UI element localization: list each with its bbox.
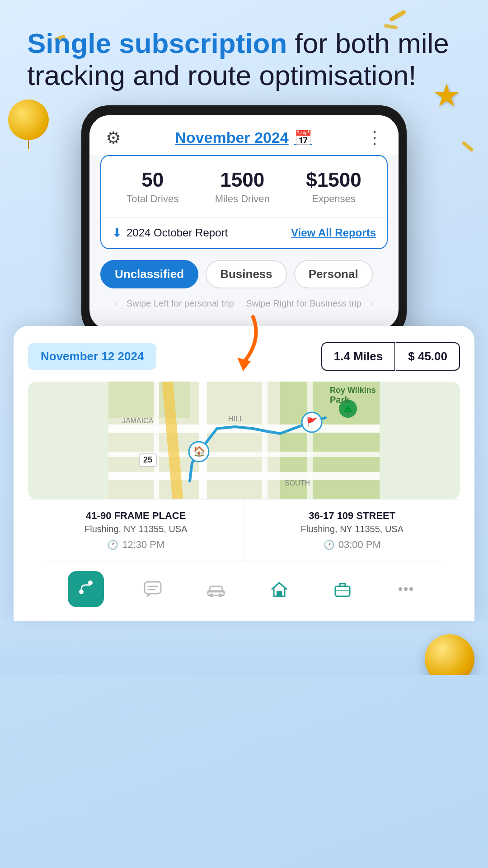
expenses-stat: $1500 Expenses: [306, 169, 361, 205]
map-container: 🏠 🚩 🌲 JAMAICA SOUTH HILL 25 Roy Wilkins …: [28, 382, 460, 499]
clock-icon-origin: 🕐: [107, 539, 118, 550]
report-download-link[interactable]: ⬇ 2024 October Report: [112, 226, 228, 240]
swipe-left-label: Swipe Left for personal trip: [127, 298, 234, 309]
report-link-label: 2024 October Report: [127, 226, 228, 239]
svg-point-32: [219, 594, 222, 597]
svg-marker-0: [237, 358, 251, 371]
orange-arrow: [217, 312, 271, 377]
stats-bottom-row: ⬇ 2024 October Report View All Reports: [101, 218, 387, 248]
expenses-value: $1500: [306, 169, 361, 191]
miles-driven-label: Miles Driven: [215, 193, 270, 205]
stats-card: 50 Total Drives 1500 Miles Driven $1500 …: [100, 155, 388, 249]
phone-screen: ⚙ November 2024 📅 ⋮ 50 Total Drives 1500: [89, 115, 399, 330]
total-drives-stat: 50 Total Drives: [127, 169, 178, 205]
nav-chat-button[interactable]: [138, 575, 167, 604]
view-all-reports-link[interactable]: View All Reports: [291, 226, 376, 239]
nav-car-button[interactable]: [202, 575, 230, 604]
origin-address: 41-90 FRAME PLACE Flushing, NY 11355, US…: [28, 500, 244, 561]
gold-ball-decoration: [425, 634, 474, 675]
svg-text:Roy Wilkins: Roy Wilkins: [330, 386, 376, 395]
swipe-right-hint: Swipe Right for Business trip →: [246, 298, 374, 309]
trip-cost: $ 45.00: [396, 342, 460, 371]
bottom-navigation: [42, 561, 446, 621]
calendar-icon: 📅: [294, 129, 312, 146]
nav-briefcase-button[interactable]: [328, 575, 357, 604]
svg-rect-3: [108, 382, 190, 418]
arrow-right-icon: →: [365, 298, 374, 309]
svg-text:Park: Park: [330, 395, 350, 405]
nav-more-button[interactable]: [391, 575, 420, 604]
svg-text:SOUTH: SOUTH: [285, 479, 310, 487]
tab-personal[interactable]: Personal: [294, 260, 373, 288]
svg-text:🚩: 🚩: [306, 417, 318, 428]
address-row: 41-90 FRAME PLACE Flushing, NY 11355, US…: [28, 499, 460, 561]
svg-point-38: [409, 587, 413, 591]
nav-home-button[interactable]: [265, 575, 294, 604]
svg-rect-8: [199, 382, 207, 499]
trip-distance-cost: 1.4 Miles $ 45.00: [321, 342, 460, 371]
origin-time: 🕐 12:30 PM: [37, 539, 235, 551]
month-label: November 2024: [175, 129, 288, 146]
download-icon: ⬇: [112, 226, 122, 240]
dest-time: 🕐 03:00 PM: [253, 539, 451, 551]
headline-bold: Single subscription: [27, 28, 287, 59]
phone-topbar: ⚙ November 2024 📅 ⋮: [89, 115, 399, 155]
headline-text: Single subscription for both mile tracki…: [27, 27, 465, 92]
svg-rect-7: [154, 382, 159, 499]
headline-area: Single subscription for both mile tracki…: [0, 0, 488, 101]
dest-time-label: 03:00 PM: [338, 539, 381, 551]
bottom-map-bg: [0, 621, 488, 675]
swipe-right-label: Swipe Right for Business trip: [246, 298, 361, 309]
svg-rect-6: [108, 472, 380, 480]
svg-text:JAMAICA: JAMAICA: [122, 417, 154, 425]
month-title[interactable]: November 2024 📅: [175, 129, 312, 146]
bottom-glimpse: [0, 621, 488, 675]
clock-icon-dest: 🕐: [324, 539, 335, 550]
svg-rect-27: [145, 582, 161, 594]
svg-point-25: [79, 590, 84, 594]
tab-unclassified[interactable]: Unclassified: [100, 260, 198, 288]
tab-business[interactable]: Business: [206, 260, 287, 288]
gear-icon[interactable]: ⚙: [106, 128, 121, 148]
trip-miles: 1.4 Miles: [321, 342, 395, 371]
dest-city: Flushing, NY 11355, USA: [253, 524, 451, 534]
svg-point-37: [404, 587, 408, 591]
arrow-left-icon: ←: [114, 298, 123, 309]
expenses-label: Expenses: [306, 193, 361, 205]
svg-rect-33: [277, 591, 282, 596]
stats-row: 50 Total Drives 1500 Miles Driven $1500 …: [101, 156, 387, 218]
map-svg: 🏠 🚩 🌲 JAMAICA SOUTH HILL 25 Roy Wilkins …: [28, 382, 460, 499]
phone-frame: ⚙ November 2024 📅 ⋮ 50 Total Drives 1500: [81, 105, 407, 340]
trip-date-badge: November 12 2024: [28, 343, 156, 370]
balloon-decoration: [8, 99, 49, 147]
dest-street: 36-17 109 STREET: [253, 509, 451, 523]
origin-city: Flushing, NY 11355, USA: [37, 524, 235, 534]
miles-driven-value: 1500: [215, 169, 270, 191]
destination-address: 36-17 109 STREET Flushing, NY 11355, USA…: [244, 500, 460, 561]
svg-rect-9: [262, 382, 267, 499]
miles-driven-stat: 1500 Miles Driven: [215, 169, 270, 205]
origin-street: 41-90 FRAME PLACE: [37, 509, 235, 523]
svg-text:🏠: 🏠: [193, 445, 206, 458]
swipe-left-hint: ← Swipe Left for personal trip: [114, 298, 234, 309]
total-drives-value: 50: [127, 169, 178, 191]
svg-point-36: [399, 587, 402, 591]
svg-text:🌲: 🌲: [343, 404, 353, 414]
total-drives-label: Total Drives: [127, 193, 178, 205]
svg-text:25: 25: [143, 455, 152, 464]
origin-time-label: 12:30 PM: [122, 539, 164, 551]
svg-text:HILL: HILL: [228, 415, 244, 423]
route-icon: [77, 578, 95, 600]
nav-route-button[interactable]: [68, 571, 104, 607]
svg-point-31: [210, 594, 213, 597]
phone-mockup: ⚙ November 2024 📅 ⋮ 50 Total Drives 1500: [81, 105, 407, 340]
more-menu-icon[interactable]: ⋮: [366, 128, 382, 148]
